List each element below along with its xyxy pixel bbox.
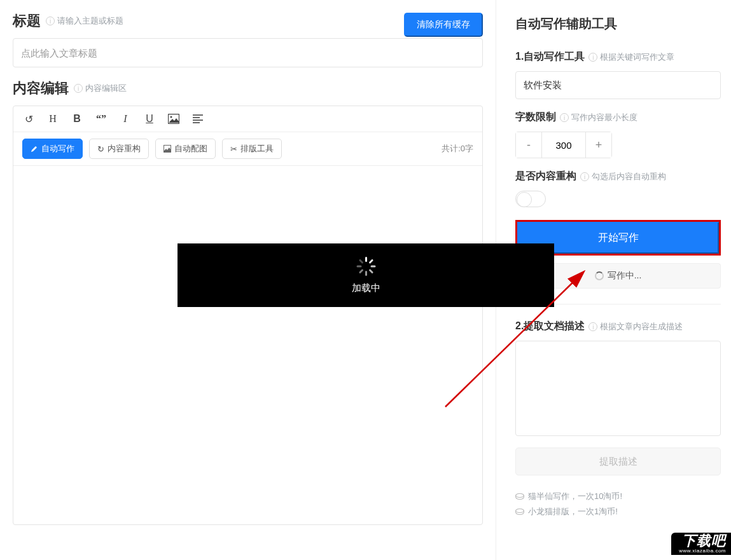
rebuild-toggle[interactable] — [515, 191, 546, 207]
loading-overlay: 加载中 — [178, 243, 554, 307]
info-icon: i — [74, 84, 83, 93]
italic-icon[interactable]: I — [119, 113, 132, 125]
layout-tool-button[interactable]: ✂ 排版工具 — [222, 139, 282, 159]
rebuild-hint: i 勾选后内容自动重构 — [580, 171, 666, 182]
stepper-plus-button[interactable]: + — [586, 132, 611, 158]
wordlimit-hint: i 写作内容最小长度 — [560, 112, 637, 123]
spinner-icon — [595, 271, 604, 280]
footer-note-2: 小龙猫排版，一次1淘币! — [515, 506, 721, 517]
pencil-icon — [31, 145, 38, 153]
description-box[interactable] — [515, 341, 721, 436]
editor-toolbar: ↺ H B “” I U — [13, 106, 482, 132]
extract-desc-button[interactable]: 提取描述 — [515, 447, 721, 475]
sec2-hint: i 根据文章内容生成描述 — [588, 321, 683, 332]
wordlimit-label: 字数限制 — [515, 111, 556, 124]
editor-box: ↺ H B “” I U 自动写作 ↻ — [13, 106, 483, 525]
svg-point-1 — [171, 116, 172, 118]
rebuild-label: 是否内容重构 — [515, 170, 576, 183]
heading-icon[interactable]: H — [46, 113, 59, 125]
content-hint: i 内容编辑区 — [74, 83, 127, 94]
keyword-input[interactable] — [515, 71, 721, 99]
footer-note-1: 猫半仙写作，一次10淘币! — [515, 491, 721, 502]
loading-text: 加载中 — [352, 282, 380, 294]
undo-icon[interactable]: ↺ — [22, 113, 35, 125]
title-input[interactable] — [13, 38, 483, 67]
refresh-icon: ↻ — [97, 144, 104, 154]
title-hint: i 请输入主题或标题 — [46, 15, 123, 27]
sec2-label: 2.提取文档描述 — [515, 320, 585, 333]
clear-cache-button[interactable]: 清除所有缓存 — [404, 13, 483, 37]
info-icon: i — [588, 53, 597, 62]
quote-icon[interactable]: “” — [95, 113, 108, 125]
loading-spinner-icon — [356, 257, 375, 276]
image-icon[interactable] — [167, 113, 180, 125]
picture-icon — [164, 145, 171, 153]
underline-icon[interactable]: U — [143, 113, 156, 125]
wordlimit-value[interactable] — [541, 132, 586, 158]
rebuild-button[interactable]: ↻ 内容重构 — [89, 139, 149, 159]
align-icon[interactable] — [191, 113, 204, 125]
info-icon: i — [46, 17, 55, 25]
auto-write-button[interactable]: 自动写作 — [22, 139, 83, 159]
tools-icon: ✂ — [230, 144, 237, 154]
coin-icon — [515, 493, 524, 500]
wordlimit-stepper: - + — [515, 132, 612, 158]
title-label: 标题 — [13, 11, 41, 31]
bold-icon[interactable]: B — [71, 113, 83, 125]
info-icon: i — [560, 113, 569, 122]
stepper-minus-button[interactable]: - — [516, 132, 541, 158]
info-icon: i — [580, 172, 589, 181]
coin-icon — [515, 509, 524, 515]
sec1-label: 1.自动写作工具 — [515, 50, 585, 64]
info-icon: i — [588, 322, 597, 331]
sec1-hint: i 根据关键词写作文章 — [588, 51, 674, 63]
content-label: 内容编辑 — [13, 79, 69, 98]
sidebar-title: 自动写作辅助工具 — [515, 15, 721, 32]
char-count: 共计:0字 — [442, 143, 473, 154]
auto-image-button[interactable]: 自动配图 — [155, 139, 216, 159]
watermark: 下载吧 www.xiazaiba.com — [671, 533, 731, 555]
